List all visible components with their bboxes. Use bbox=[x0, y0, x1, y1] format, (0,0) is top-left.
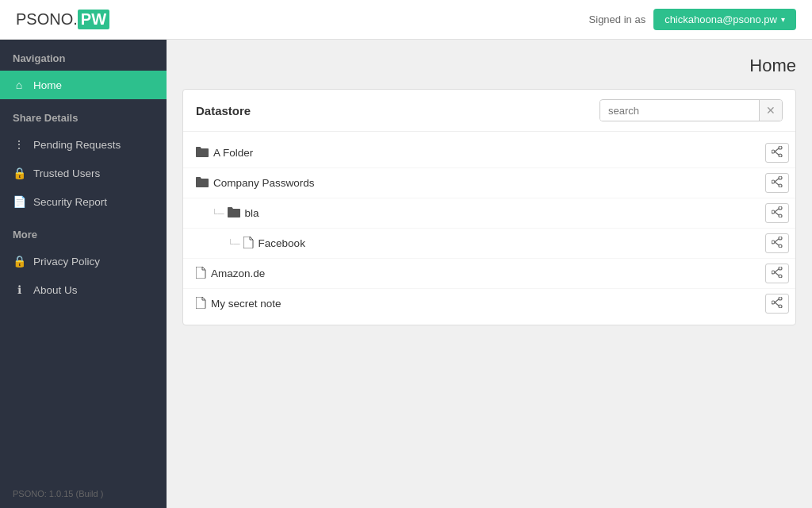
svg-line-23 bbox=[775, 269, 779, 272]
share-button[interactable] bbox=[765, 264, 789, 283]
svg-point-10 bbox=[779, 206, 782, 210]
svg-point-16 bbox=[779, 244, 782, 248]
share-button[interactable] bbox=[765, 173, 789, 193]
svg-point-27 bbox=[772, 301, 775, 304]
svg-line-18 bbox=[775, 239, 779, 242]
svg-point-20 bbox=[779, 267, 782, 270]
tree-item: └─Facebook bbox=[183, 229, 795, 259]
svg-point-2 bbox=[772, 150, 775, 153]
header-right: Signed in as chickahoona@psono.pw ▾ bbox=[589, 9, 796, 30]
tree-item: └─bla bbox=[183, 198, 795, 229]
sidebar-item-about-us[interactable]: ℹ About Us bbox=[0, 275, 167, 304]
tree-item: Amazon.de bbox=[183, 259, 795, 289]
search-clear-button[interactable]: ✕ bbox=[759, 100, 782, 121]
sidebar-item-security-report[interactable]: 📄 Security Report bbox=[0, 187, 167, 216]
trusted-users-label: Trusted Users bbox=[33, 167, 100, 179]
tree-connector: └─ bbox=[212, 209, 224, 218]
content-area: Home Datastore ✕ A FolderCompany Passwor… bbox=[167, 40, 812, 508]
item-name: Amazon.de bbox=[211, 267, 265, 279]
user-menu-button[interactable]: chickahoona@psono.pw ▾ bbox=[653, 9, 796, 30]
folder-icon bbox=[228, 206, 240, 220]
svg-point-17 bbox=[772, 241, 775, 244]
more-section-title: More bbox=[0, 216, 167, 247]
tree-connector: └─ bbox=[228, 239, 240, 248]
folder-icon bbox=[196, 176, 209, 190]
sidebar-home-label: Home bbox=[33, 79, 62, 91]
svg-line-24 bbox=[775, 272, 779, 275]
svg-point-12 bbox=[772, 210, 775, 214]
file-icon bbox=[196, 297, 206, 311]
svg-line-14 bbox=[775, 212, 779, 215]
svg-line-19 bbox=[775, 242, 779, 245]
svg-point-6 bbox=[779, 184, 782, 187]
svg-point-5 bbox=[779, 176, 782, 179]
sidebar-item-home[interactable]: ⌂ Home bbox=[0, 71, 167, 99]
share-icon: ⋮ bbox=[13, 138, 25, 151]
share-button[interactable] bbox=[765, 294, 789, 314]
security-report-label: Security Report bbox=[33, 196, 107, 208]
svg-line-8 bbox=[775, 179, 779, 182]
logo: PSONO.PW bbox=[16, 10, 109, 29]
file-icon bbox=[243, 237, 254, 251]
svg-point-1 bbox=[779, 154, 782, 157]
item-name: bla bbox=[245, 207, 259, 219]
svg-point-11 bbox=[779, 214, 782, 217]
datastore-title: Datastore bbox=[196, 104, 251, 117]
datastore-panel: Datastore ✕ A FolderCompany Passwords└─b… bbox=[182, 89, 796, 325]
info-icon: ℹ bbox=[13, 283, 25, 296]
svg-point-22 bbox=[772, 271, 775, 274]
sidebar-footer: PSONO: 1.0.15 (Build ) bbox=[0, 479, 167, 508]
item-name: My secret note bbox=[211, 298, 282, 310]
svg-line-29 bbox=[775, 302, 779, 306]
signed-in-label: Signed in as bbox=[589, 13, 646, 25]
caret-icon: ▾ bbox=[781, 15, 785, 24]
search-box: ✕ bbox=[599, 99, 783, 121]
svg-point-7 bbox=[772, 180, 775, 183]
logo-psono: PSONO. bbox=[16, 10, 78, 29]
main-layout: Navigation ⌂ Home Share Details ⋮ Pendin… bbox=[0, 40, 812, 508]
sidebar-item-pending-requests[interactable]: ⋮ Pending Requests bbox=[0, 130, 167, 159]
folder-icon bbox=[196, 146, 209, 160]
svg-line-9 bbox=[775, 182, 779, 185]
svg-line-13 bbox=[775, 209, 779, 212]
user-email: chickahoona@psono.pw bbox=[665, 13, 777, 25]
datastore-tree: A FolderCompany Passwords└─bla└─Facebook… bbox=[183, 132, 795, 325]
svg-line-4 bbox=[775, 152, 779, 155]
file-icon bbox=[196, 267, 206, 281]
item-name: A Folder bbox=[213, 147, 253, 159]
item-name: Company Passwords bbox=[213, 177, 315, 189]
privacy-icon: 🔒 bbox=[13, 255, 25, 267]
tree-item: A Folder bbox=[183, 138, 795, 168]
sidebar-item-privacy-policy[interactable]: 🔒 Privacy Policy bbox=[0, 247, 167, 275]
svg-point-0 bbox=[779, 146, 782, 149]
page-title: Home bbox=[182, 56, 796, 76]
datastore-header: Datastore ✕ bbox=[183, 90, 795, 132]
nav-section-title: Navigation bbox=[0, 40, 167, 71]
sidebar-item-trusted-users[interactable]: 🔒 Trusted Users bbox=[0, 159, 167, 187]
svg-line-3 bbox=[775, 148, 779, 152]
share-button[interactable] bbox=[765, 143, 789, 163]
search-input[interactable] bbox=[600, 101, 759, 121]
svg-point-15 bbox=[779, 237, 782, 240]
document-icon: 📄 bbox=[13, 195, 25, 208]
privacy-policy-label: Privacy Policy bbox=[33, 256, 100, 267]
pending-requests-label: Pending Requests bbox=[33, 139, 121, 151]
logo-pw: PW bbox=[78, 10, 109, 29]
home-icon: ⌂ bbox=[13, 79, 25, 91]
share-button[interactable] bbox=[765, 203, 789, 223]
svg-point-25 bbox=[779, 297, 782, 300]
share-details-title: Share Details bbox=[0, 99, 167, 130]
lock-icon: 🔒 bbox=[13, 167, 25, 179]
tree-item: Company Passwords bbox=[183, 168, 795, 198]
svg-line-28 bbox=[775, 299, 779, 302]
sidebar: Navigation ⌂ Home Share Details ⋮ Pendin… bbox=[0, 40, 167, 508]
top-header: PSONO.PW Signed in as chickahoona@psono.… bbox=[0, 0, 812, 40]
share-button[interactable] bbox=[765, 233, 789, 253]
svg-point-21 bbox=[779, 275, 782, 278]
item-name: Facebook bbox=[259, 237, 305, 249]
about-us-label: About Us bbox=[33, 284, 78, 296]
tree-item: My secret note bbox=[183, 289, 795, 318]
svg-point-26 bbox=[779, 305, 782, 308]
